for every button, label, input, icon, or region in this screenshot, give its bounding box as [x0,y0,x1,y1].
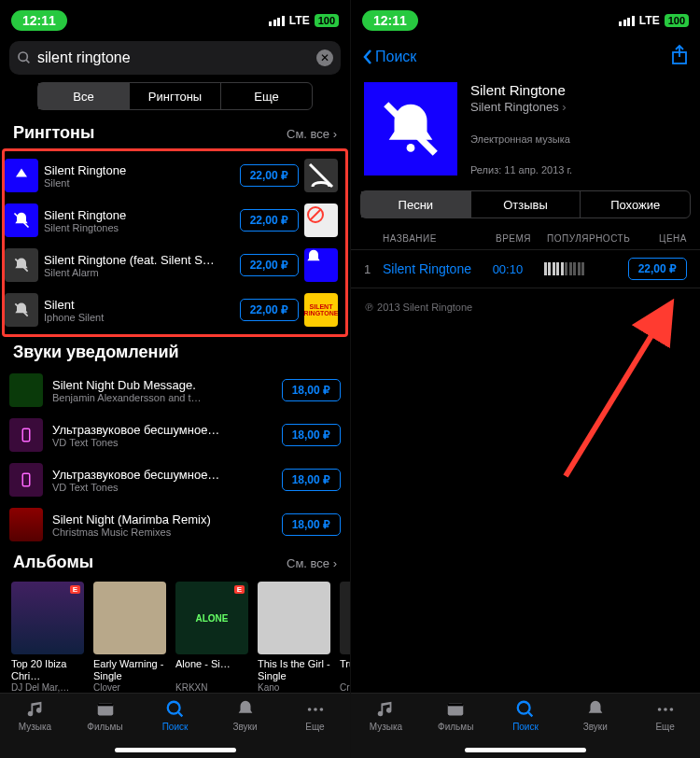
ringtone-title: Silent Ringtone [44,208,234,222]
price-button[interactable]: 18,00 ₽ [282,424,341,446]
svg-point-25 [518,702,530,714]
ringtone-thumb [5,293,38,327]
album-item[interactable]: This Is the Girl - Single Kano [258,582,330,693]
album-sub: Kano [258,682,330,693]
phone-right: 12:11 LTE 100 Поиск Silent Ringtone Sile… [350,0,700,758]
battery-label: 100 [315,14,339,27]
ringtone-sub: Silent Ringtones [44,222,234,233]
svg-rect-9 [22,473,30,486]
see-all-link[interactable]: См. все › [287,556,337,570]
album-item[interactable]: E Top 20 Ibiza Chri… DJ Del Mar,… [11,582,84,693]
svg-point-29 [669,708,673,711]
alert-sub: VD Text Tones [52,437,273,448]
seg-related[interactable]: Похожие [580,191,690,218]
svg-line-26 [528,712,533,717]
tab-more[interactable]: Еще [630,699,700,758]
albums-row[interactable]: E Top 20 Ibiza Chri… DJ Del Mar,… Early … [0,578,350,700]
section-header-ringtones: Рингтоны См. все › [0,118,350,148]
battery-label: 100 [665,14,689,27]
seg-songs[interactable]: Песни [361,191,470,218]
home-indicator[interactable] [115,748,236,752]
svg-rect-8 [22,428,30,442]
alert-title: Silent Night (Marimba Remix) [52,512,273,526]
ringtone-row[interactable]: Silent Ringtone Silent 22,00 ₽ [5,153,345,198]
signal-icon [269,16,285,26]
price-button[interactable]: 18,00 ₽ [282,469,341,491]
ringtone-row[interactable]: Silent Ringtone (feat. Silent S… Silent … [5,243,345,288]
share-button[interactable] [670,44,689,70]
alert-thumb [9,463,43,497]
ringtone-title: Silent Ringtone (feat. Silent S… [44,253,234,267]
album-title: Alone - Si… [175,658,248,682]
detail-release: Релиз: 11 апр. 2013 г. [470,164,687,175]
ringtone-sub: Silent Alarm [44,267,234,278]
seg-ringtones[interactable]: Рингтоны [129,83,220,109]
svg-point-14 [307,708,311,711]
track-header: НАЗВАНИЕ ВРЕМЯ ПОПУЛЯРНОСТЬ ЦЕНА [351,224,700,249]
seg-reviews[interactable]: Отзывы [470,191,581,218]
see-all-link[interactable]: См. все › [287,127,337,141]
detail-genre: Электронная музыка [470,133,687,145]
side-thumb [304,159,338,192]
search-input[interactable] [37,49,311,66]
alert-row[interactable]: Ультразвуковое бесшумное…VD Text Tones 1… [0,457,350,502]
section-header-alerts: Звуки уведомлений [0,337,350,368]
segmented-control[interactable]: Все Рингтоны Еще [37,82,313,110]
svg-line-13 [177,712,182,717]
section-title: Звуки уведомлений [13,343,179,362]
price-button[interactable]: 22,00 ₽ [240,254,299,276]
alert-title: Ультразвуковое бесшумное… [52,468,273,482]
album-title: Top 20 Ibiza Chri… [11,658,84,682]
section-header-albums: Альбомы См. все › [0,547,350,578]
alert-sub: VD Text Tones [52,482,273,493]
ringtone-row[interactable]: Silent Ringtone Silent Ringtones 22,00 ₽ [5,198,345,243]
price-button[interactable]: 18,00 ₽ [282,379,341,401]
chevron-left-icon [362,49,373,65]
album-item[interactable]: Tru Cr [340,582,350,693]
ringtone-sub: Silent [44,177,234,189]
th-pop: ПОПУЛЯРНОСТЬ [547,233,631,244]
album-art[interactable] [364,82,457,175]
price-button[interactable]: 22,00 ₽ [628,258,687,280]
seg-more[interactable]: Еще [220,83,312,109]
ringtone-sub: Iphone Silent [44,312,234,323]
section-title: Рингтоны [13,123,94,143]
tab-music[interactable]: Музыка [351,699,421,758]
price-button[interactable]: 18,00 ₽ [282,513,341,536]
search-bar[interactable]: ✕ [9,41,341,75]
ringtone-thumb [5,159,38,192]
album-title: Tru [340,658,350,682]
ringtone-title: Silent [44,298,234,312]
tab-more[interactable]: Еще [280,699,350,758]
album-item[interactable]: ALONEE Alone - Si… KRKXN [175,582,248,693]
price-button[interactable]: 22,00 ₽ [240,299,299,321]
alert-thumb [9,508,43,541]
ringtone-row[interactable]: Silent Iphone Silent 22,00 ₽ SILENT RING… [5,288,345,332]
price-button[interactable]: 22,00 ₽ [240,209,299,232]
detail-artist[interactable]: Silent Ringtones [470,100,687,114]
clear-search-icon[interactable]: ✕ [316,49,333,66]
svg-line-5 [310,209,321,220]
track-index: 1 [364,262,377,276]
tab-music[interactable]: Музыка [0,699,70,758]
home-indicator[interactable] [465,748,586,752]
svg-point-15 [314,708,317,711]
album-sub: Clover [93,682,166,693]
seg-all[interactable]: Все [38,83,129,109]
alert-row[interactable]: Silent Night (Marimba Remix)Christmas Mu… [0,502,350,547]
album-item[interactable]: Early Warning - Single Clover [93,582,166,693]
alert-row[interactable]: Ультразвуковое бесшумное…VD Text Tones 1… [0,413,350,457]
svg-point-0 [19,52,27,61]
svg-line-1 [26,60,29,63]
status-time: 12:11 [362,10,418,31]
detail-segmented[interactable]: Песни Отзывы Похожие [360,190,691,218]
alert-row[interactable]: Silent Night Dub Message.Benjamin Alexan… [0,368,350,413]
album-sub: Cr [340,682,350,693]
alert-sub: Christmas Music Remixes [52,526,273,538]
alert-thumb [9,418,43,452]
track-row[interactable]: 1 Silent Ringtone 00:10 22,00 ₽ [351,249,700,288]
nav-bar: Поиск [351,41,700,73]
album-sub: DJ Del Mar,… [11,682,84,693]
back-button[interactable]: Поиск [362,49,416,65]
price-button[interactable]: 22,00 ₽ [240,164,299,187]
